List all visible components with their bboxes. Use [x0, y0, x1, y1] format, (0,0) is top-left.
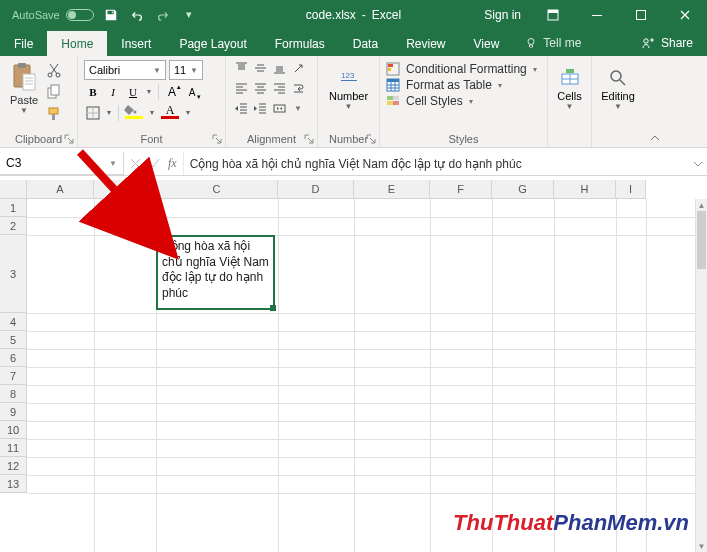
minimize-button[interactable] — [575, 0, 619, 29]
signin-link[interactable]: Sign in — [474, 8, 531, 22]
save-button[interactable] — [102, 6, 120, 24]
row-header-12[interactable]: 12 — [0, 457, 27, 475]
clipboard-dialog-launcher[interactable] — [64, 134, 74, 144]
tab-formulas[interactable]: Formulas — [261, 31, 339, 56]
selected-cell[interactable]: Cộng hòa xã hội chủ nghĩa Việt Nam độc l… — [156, 235, 275, 310]
row-header-4[interactable]: 4 — [0, 313, 27, 331]
format-painter-button[interactable] — [46, 106, 62, 122]
fill-color-dropdown[interactable]: ▼ — [147, 104, 157, 122]
conditional-formatting-button[interactable]: Conditional Formatting▾ — [386, 62, 541, 76]
col-header-F[interactable]: F — [430, 180, 492, 199]
tell-me-search[interactable]: Tell me — [513, 30, 593, 56]
cut-button[interactable] — [46, 62, 62, 78]
paste-button[interactable]: Paste ▼ — [6, 60, 42, 122]
italic-button[interactable]: I — [104, 83, 122, 101]
font-dialog-launcher[interactable] — [212, 134, 222, 144]
orientation-button[interactable] — [289, 60, 307, 77]
fill-color-button[interactable] — [123, 104, 145, 122]
worksheet-grid[interactable]: ABCDEFGHI 12345678910111213 ▲ ▼ Cộng hòa… — [0, 180, 707, 552]
tab-file[interactable]: File — [0, 31, 47, 56]
wrap-text-button[interactable] — [289, 80, 307, 97]
borders-dropdown[interactable]: ▼ — [104, 104, 114, 122]
tab-home[interactable]: Home — [47, 31, 107, 56]
row-header-8[interactable]: 8 — [0, 385, 27, 403]
maximize-button[interactable] — [619, 0, 663, 29]
select-all-corner[interactable] — [0, 180, 27, 199]
row-header-11[interactable]: 11 — [0, 439, 27, 457]
col-header-I[interactable]: I — [616, 180, 646, 199]
format-as-table-button[interactable]: Format as Table▾ — [386, 78, 541, 92]
name-box[interactable]: C3 ▼ — [0, 152, 124, 175]
number-format-button[interactable]: 123 Number ▼ — [324, 60, 373, 111]
row-header-9[interactable]: 9 — [0, 403, 27, 421]
ribbon-display-button[interactable] — [531, 0, 575, 29]
align-top-button[interactable] — [232, 60, 250, 77]
merge-dropdown[interactable]: ▼ — [289, 100, 307, 117]
formula-input[interactable]: Cộng hòa xã hội chủ nghĩa Việt Nam độc l… — [184, 152, 689, 175]
scroll-down-button[interactable]: ▼ — [696, 540, 707, 552]
tab-insert[interactable]: Insert — [107, 31, 165, 56]
tab-review[interactable]: Review — [392, 31, 459, 56]
col-header-E[interactable]: E — [354, 180, 430, 199]
expand-formula-bar[interactable] — [689, 152, 707, 175]
col-header-D[interactable]: D — [278, 180, 354, 199]
row-header-5[interactable]: 5 — [0, 331, 27, 349]
row-header-3[interactable]: 3 — [0, 235, 27, 313]
bucket-icon — [123, 104, 137, 116]
font-name-select[interactable]: Calibri▼ — [84, 60, 166, 80]
tab-view[interactable]: View — [460, 31, 514, 56]
undo-button[interactable] — [128, 6, 146, 24]
col-header-C[interactable]: C — [156, 180, 278, 199]
tab-page-layout[interactable]: Page Layout — [165, 31, 260, 56]
increase-indent-button[interactable] — [251, 100, 269, 117]
col-header-H[interactable]: H — [554, 180, 616, 199]
align-bottom-button[interactable] — [270, 60, 288, 77]
row-header-13[interactable]: 13 — [0, 475, 27, 493]
decrease-indent-button[interactable] — [232, 100, 250, 117]
insert-function-button[interactable]: fx — [168, 156, 177, 171]
row-header-6[interactable]: 6 — [0, 349, 27, 367]
redo-button[interactable] — [154, 6, 172, 24]
align-center-button[interactable] — [251, 80, 269, 97]
col-header-B[interactable]: B — [94, 180, 156, 199]
bold-button[interactable]: B — [84, 83, 102, 101]
collapse-ribbon-button[interactable] — [644, 56, 666, 147]
vertical-scrollbar[interactable]: ▲ ▼ — [695, 199, 707, 552]
shrink-font-button[interactable]: A▾ — [183, 83, 201, 101]
underline-button[interactable]: U — [124, 83, 142, 101]
borders-button[interactable] — [84, 104, 102, 122]
cancel-formula-button[interactable] — [130, 158, 141, 169]
share-button[interactable]: Share — [627, 30, 707, 56]
scroll-up-button[interactable]: ▲ — [696, 199, 707, 211]
align-left-button[interactable] — [232, 80, 250, 97]
close-button[interactable] — [663, 0, 707, 29]
row-header-1[interactable]: 1 — [0, 199, 27, 217]
copy-button[interactable] — [46, 84, 62, 100]
row-header-2[interactable]: 2 — [0, 217, 27, 235]
align-middle-button[interactable] — [251, 60, 269, 77]
col-header-A[interactable]: A — [27, 180, 94, 199]
qat-customize-button[interactable]: ▾ — [180, 6, 198, 24]
enter-formula-button[interactable] — [149, 158, 160, 169]
underline-dropdown[interactable]: ▼ — [144, 83, 154, 101]
scrollbar-thumb[interactable] — [697, 211, 706, 269]
font-color-dropdown[interactable]: ▼ — [183, 104, 193, 122]
autosave-toggle[interactable]: AutoSave — [12, 9, 94, 21]
row-header-10[interactable]: 10 — [0, 421, 27, 439]
merge-center-button[interactable] — [270, 100, 288, 117]
cell-styles-button[interactable]: Cell Styles▾ — [386, 94, 541, 108]
fill-handle[interactable] — [270, 305, 276, 311]
paste-icon — [9, 60, 39, 94]
font-size-select[interactable]: 11▼ — [169, 60, 203, 80]
number-dialog-launcher[interactable] — [366, 134, 376, 144]
row-header-7[interactable]: 7 — [0, 367, 27, 385]
tab-data[interactable]: Data — [339, 31, 392, 56]
grow-font-button[interactable]: A▴ — [163, 83, 181, 101]
align-right-button[interactable] — [270, 80, 288, 97]
font-color-button[interactable]: A — [159, 104, 181, 122]
col-header-G[interactable]: G — [492, 180, 554, 199]
editing-button[interactable]: Editing ▼ — [598, 60, 638, 111]
alignment-dialog-launcher[interactable] — [304, 134, 314, 144]
name-box-value: C3 — [6, 156, 21, 170]
cells-button[interactable]: Cells ▼ — [554, 60, 585, 111]
